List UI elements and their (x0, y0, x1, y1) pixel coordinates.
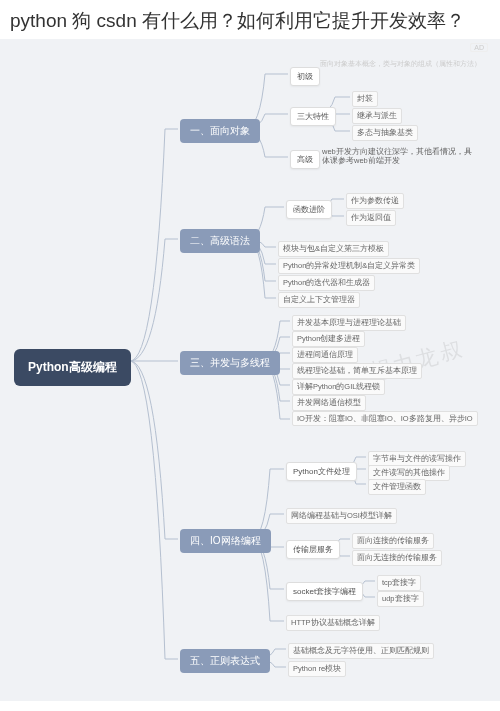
page-title: python 狗 csdn 有什么用？如何利用它提升开发效率？ (0, 0, 500, 39)
leaf-c5: 详解Python的GIL线程锁 (292, 379, 385, 395)
leaf-except: Python的异常处理机制&自定义异常类 (278, 258, 420, 274)
root-node: Python高级编程 (14, 349, 131, 386)
leaf-faint: 面向对象基本概念，类与对象的组成（属性和方法） (316, 57, 485, 71)
leaf-http: HTTP协议基础概念详解 (286, 615, 380, 631)
leaf-return: 作为返回值 (346, 210, 396, 226)
leaf-r1: 基础概念及元字符使用、正则匹配规则 (288, 643, 434, 659)
branch-oop: 一、面向对象 (180, 119, 260, 143)
ad-badge: AD (470, 43, 488, 52)
leaf-poly: 多态与抽象基类 (352, 125, 418, 141)
mindmap-diagram: AD 思想力龙叔 Python高级编程 一、面向对象 初级 面向对象基本概念，类… (0, 39, 500, 701)
leaf-c3: 进程间通信原理 (292, 347, 358, 363)
leaf-c6: 并发网络通信模型 (292, 395, 366, 411)
branch-io: 四、IO网络编程 (180, 529, 271, 553)
leaf-c2: Python创建多进程 (292, 331, 365, 347)
leaf-iter: Python的迭代器和生成器 (278, 275, 375, 291)
sub-adv: 高级 (290, 150, 320, 169)
leaf-c1: 并发基本原理与进程理论基础 (292, 315, 406, 331)
branch-regex: 五、正则表达式 (180, 649, 270, 673)
leaf-context: 自定义上下文管理器 (278, 292, 360, 308)
sub-trans: 传输层服务 (286, 540, 340, 559)
sub-func: 函数进阶 (286, 200, 332, 219)
leaf-udp: udp套接字 (377, 591, 424, 607)
sub-three: 三大特性 (290, 107, 336, 126)
sub-socket: socket套接字编程 (286, 582, 363, 601)
branch-syntax: 二、高级语法 (180, 229, 260, 253)
leaf-t1: 面向连接的传输服务 (352, 533, 434, 549)
leaf-module: 模块与包&自定义第三方模板 (278, 241, 389, 257)
leaf-t2: 面向无连接的传输服务 (352, 550, 442, 566)
sub-file: Python文件处理 (286, 462, 357, 481)
leaf-r2: Python re模块 (288, 661, 346, 677)
leaf-inh: 继承与派生 (352, 108, 402, 124)
leaf-f3: 文件管理函数 (368, 479, 426, 495)
leaf-c4: 线程理论基础，简单互斥基本原理 (292, 363, 422, 379)
branch-concurrent: 三、并发与多线程 (180, 351, 280, 375)
leaf-tcp: tcp套接字 (377, 575, 421, 591)
leaf-param: 作为参数传递 (346, 193, 404, 209)
leaf-enc: 封装 (352, 91, 378, 107)
leaf-osi: 网络编程基础与OSI模型详解 (286, 508, 397, 524)
leaf-web: web开发方向建议往深学，其他看情况，具体课参考web前端开发 (318, 145, 483, 167)
leaf-c7: IO开发：阻塞IO、非阻塞IO、IO多路复用、异步IO (292, 411, 478, 426)
